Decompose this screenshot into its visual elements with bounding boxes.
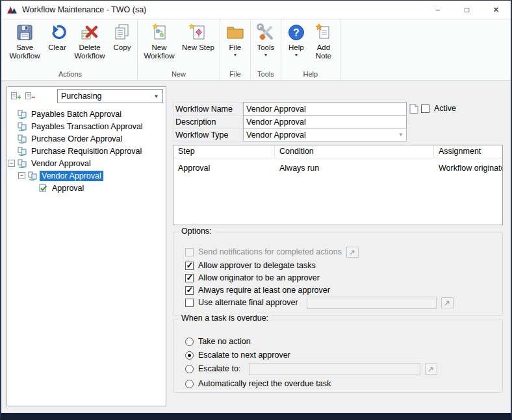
note-button[interactable] bbox=[408, 102, 420, 116]
toolbar: Save Workflow Clear Delete Workflow bbox=[1, 19, 511, 80]
minimize-button[interactable]: – bbox=[423, 1, 452, 19]
save-workflow-label: Save Workflow bbox=[8, 43, 41, 60]
cell-condition: Always run bbox=[275, 164, 434, 173]
clear-undo-icon bbox=[47, 23, 67, 42]
window-title: Workflow Maintenance - TWO (sa) bbox=[22, 5, 146, 14]
tree-item-payables-transaction-approval[interactable]: Payables Transaction Approval bbox=[8, 120, 165, 132]
add-note-button[interactable]: Add Note bbox=[309, 21, 338, 61]
tree-item-label: Vendor Approval bbox=[40, 171, 103, 181]
add-note-label: Add Note bbox=[313, 43, 335, 60]
workflow-type-icon bbox=[18, 110, 27, 119]
tree-item-purchase-order-approval[interactable]: Purchase Order Approval bbox=[8, 132, 165, 145]
copy-icon bbox=[112, 23, 132, 42]
file-menu-button[interactable]: File ▼ bbox=[222, 21, 248, 58]
toolbar-group-tools: Tools ▼ Tools bbox=[251, 19, 281, 80]
new-workflow-button[interactable]: New Workflow bbox=[140, 21, 179, 61]
collapse-expander-icon[interactable]: − bbox=[18, 172, 25, 179]
escalate-next-label: Escalate to next approver bbox=[198, 351, 290, 360]
option-require-one-approver: Always require at least one approver bbox=[185, 284, 497, 297]
escalate-next-radio[interactable] bbox=[185, 351, 194, 360]
expansion-arrow-icon bbox=[444, 299, 451, 306]
app-icon bbox=[6, 5, 18, 16]
new-step-icon bbox=[188, 23, 208, 42]
notifications-expansion-button bbox=[346, 247, 359, 258]
toolbar-group-new: New Workflow New Step New bbox=[138, 19, 220, 80]
workflow-maintenance-window: Workflow Maintenance - TWO (sa) – □ ✕ Sa… bbox=[0, 0, 512, 420]
table-row[interactable]: Approval Always run Workflow originator'… bbox=[173, 158, 502, 173]
new-step-label: New Step bbox=[182, 43, 214, 52]
send-notifications-label: Send notifications for completed actions bbox=[198, 247, 342, 256]
allow-delegate-label: Allow approver to delegate tasks bbox=[198, 261, 316, 270]
allow-delegate-checkbox[interactable] bbox=[185, 262, 194, 270]
take-no-action-label: Take no action bbox=[198, 337, 251, 346]
group-label-actions: Actions bbox=[5, 70, 135, 80]
workflow-category-select[interactable]: Purchasing ▼ bbox=[57, 89, 163, 103]
take-no-action-radio[interactable] bbox=[185, 338, 194, 346]
delete-icon bbox=[80, 23, 99, 42]
close-button[interactable]: ✕ bbox=[481, 1, 511, 19]
cell-assignment: Workflow originator'... bbox=[434, 164, 502, 173]
workflow-type-icon bbox=[18, 134, 27, 143]
approval-step-icon bbox=[38, 184, 47, 193]
escalate-to-label: Escalate to: bbox=[198, 364, 240, 373]
require-one-approver-label: Always require at least one approver bbox=[198, 286, 330, 295]
originator-approver-label: Allow originator to be an approver bbox=[198, 273, 320, 282]
workflow-icon bbox=[28, 171, 37, 180]
tools-menu-button[interactable]: Tools ▼ bbox=[253, 21, 279, 58]
overdue-escalate-to: Escalate to: bbox=[185, 362, 497, 375]
workflow-name-input[interactable] bbox=[243, 102, 407, 116]
workflow-type-icon bbox=[18, 147, 27, 156]
maximize-button[interactable]: □ bbox=[452, 1, 481, 19]
overdue-groupbox: When a task is overdue: Take no action E… bbox=[173, 319, 503, 393]
originator-approver-checkbox[interactable] bbox=[185, 274, 194, 282]
toolbar-group-actions: Save Workflow Clear Delete Workflow bbox=[3, 19, 138, 80]
escalate-to-radio[interactable] bbox=[185, 365, 194, 373]
tree-item-approval-step[interactable]: Approval bbox=[8, 182, 165, 194]
help-menu-button[interactable]: ? Help ▼ bbox=[283, 21, 309, 58]
tree-item-label: Purchase Requisition Approval bbox=[29, 146, 144, 156]
tools-dropdown-arrow-icon: ▼ bbox=[263, 53, 268, 57]
group-label-help: Help bbox=[283, 70, 338, 80]
alternate-approver-input bbox=[307, 297, 437, 309]
collapse-expander-icon[interactable]: − bbox=[8, 160, 15, 167]
copy-label: Copy bbox=[114, 43, 131, 52]
file-dropdown-arrow-icon: ▼ bbox=[233, 53, 237, 57]
add-note-icon bbox=[314, 23, 333, 42]
column-header-assignment: Assignment bbox=[434, 145, 502, 158]
tree-item-label: Vendor Approval bbox=[29, 158, 93, 169]
new-workflow-icon bbox=[149, 23, 169, 42]
auto-reject-radio[interactable] bbox=[185, 380, 194, 388]
alternate-approver-checkbox[interactable] bbox=[185, 299, 194, 307]
tree-item-vendor-approval-type[interactable]: − Vendor Approval bbox=[8, 157, 165, 169]
tree-item-purchase-requisition-approval[interactable]: Purchase Requisition Approval bbox=[8, 145, 165, 157]
option-originator-approver: Allow originator to be an approver bbox=[185, 271, 497, 284]
clear-label: Clear bbox=[48, 43, 66, 52]
tree-item-label: Payables Transaction Approval bbox=[29, 121, 145, 132]
escalate-to-expansion-button bbox=[425, 364, 437, 375]
new-step-button[interactable]: New Step bbox=[179, 21, 218, 53]
workflow-detail-panel: Workflow Name Active Description Workflo… bbox=[172, 86, 504, 414]
expansion-arrow-icon bbox=[349, 249, 356, 256]
delete-workflow-button[interactable]: Delete Workflow bbox=[70, 21, 109, 61]
active-checkbox[interactable] bbox=[421, 105, 429, 113]
description-label: Description bbox=[173, 115, 243, 129]
active-label: Active bbox=[434, 104, 456, 113]
expand-all-button[interactable] bbox=[9, 90, 22, 102]
group-label-new: New bbox=[140, 70, 218, 80]
column-header-step: Step bbox=[173, 145, 275, 158]
combo-dropdown-arrow-icon: ▼ bbox=[151, 90, 162, 102]
description-input[interactable] bbox=[243, 115, 407, 129]
collapse-all-button[interactable] bbox=[23, 90, 36, 102]
save-workflow-button[interactable]: Save Workflow bbox=[5, 21, 44, 61]
alternate-approver-label: Use alternate final approver bbox=[198, 298, 298, 307]
tree-item-payables-batch-approval[interactable]: Payables Batch Approval bbox=[8, 108, 165, 120]
column-header-condition: Condition bbox=[275, 145, 434, 158]
steps-table: Step Condition Assignment Approval Alway… bbox=[173, 145, 503, 225]
require-one-approver-checkbox[interactable] bbox=[185, 286, 194, 295]
titlebar: Workflow Maintenance - TWO (sa) – □ ✕ bbox=[1, 1, 511, 19]
tree-item-vendor-approval-workflow[interactable]: − Vendor Approval bbox=[8, 169, 165, 182]
clear-button[interactable]: Clear bbox=[44, 21, 70, 53]
overdue-take-no-action: Take no action bbox=[185, 335, 497, 348]
folder-icon bbox=[225, 23, 245, 42]
copy-button[interactable]: Copy bbox=[109, 21, 135, 53]
